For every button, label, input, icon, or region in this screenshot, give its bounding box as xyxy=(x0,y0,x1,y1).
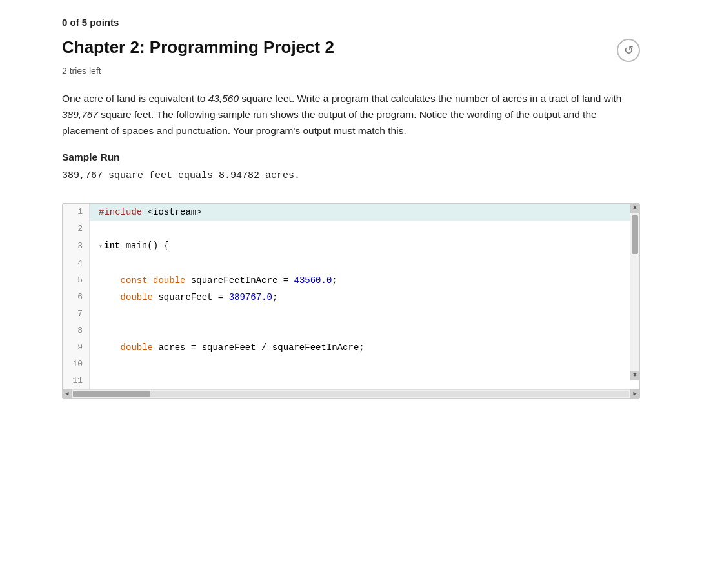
line-number: 1 xyxy=(63,204,90,220)
scroll-up-icon: ▲ xyxy=(633,204,636,213)
var-name: squareFeet = xyxy=(158,292,228,302)
line-number: 2 xyxy=(63,220,90,237)
chapter-title: Chapter 2: Programming Project 2 xyxy=(62,37,640,59)
description-text: One acre of land is equivalent to 43,560… xyxy=(62,91,640,139)
code-line: 1 #include <iostream> xyxy=(63,204,630,220)
scroll-thumb-vertical[interactable] xyxy=(632,215,638,254)
line-content xyxy=(90,255,630,272)
code-line: 7 xyxy=(63,306,630,322)
keyword-double: double xyxy=(121,342,153,353)
reset-icon: ↺ xyxy=(624,42,634,59)
scroll-down-button[interactable]: ▼ xyxy=(630,371,639,380)
page-container: 0 of 5 points Chapter 2: Programming Pro… xyxy=(41,0,661,420)
line-content: ▾int main() { xyxy=(90,237,630,255)
code-text: acres = squareFeet / squareFeetInAcre; xyxy=(158,342,364,353)
code-line: 6 double squareFeet = 389767.0; xyxy=(63,289,630,306)
code-line: 8 xyxy=(63,322,630,339)
line-content: #include <iostream> xyxy=(90,204,630,220)
scroll-down-icon: ▼ xyxy=(633,371,636,380)
line-number: 4 xyxy=(63,255,90,272)
vertical-scrollbar[interactable]: ▲ ▼ xyxy=(630,204,639,380)
code-line: 3 ▾int main() { xyxy=(63,237,630,255)
line-content xyxy=(90,306,630,322)
number-value: 389767.0 xyxy=(229,292,272,302)
var-name: squareFeetInAcre = xyxy=(191,275,294,286)
line-number: 3 xyxy=(63,237,90,255)
code-line: 10 xyxy=(63,356,630,373)
scroll-thumb-horizontal[interactable] xyxy=(73,391,150,397)
line-content: const double squareFeetInAcre = 43560.0; xyxy=(90,272,630,289)
sample-run-output: 389,767 square feet equals 8.94782 acres… xyxy=(62,168,640,184)
main-func: main() { xyxy=(126,240,169,251)
scroll-right-icon: ► xyxy=(633,390,636,399)
code-line: 2 xyxy=(63,220,630,237)
keyword-double: double xyxy=(153,275,185,286)
line-number: 9 xyxy=(63,339,90,356)
points-label: 0 of 5 points xyxy=(62,15,640,30)
line-number: 11 xyxy=(63,373,90,389)
reset-button[interactable]: ↺ xyxy=(617,39,640,62)
sample-run-label: Sample Run xyxy=(62,150,640,164)
tries-row: 2 tries left xyxy=(62,64,640,78)
line-content xyxy=(90,356,630,373)
code-line: 5 const double squareFeetInAcre = 43560.… xyxy=(63,272,630,289)
line-number: 10 xyxy=(63,356,90,373)
scroll-up-button[interactable]: ▲ xyxy=(630,204,639,213)
scroll-right-button[interactable]: ► xyxy=(630,389,639,398)
include-arg: <iostream> xyxy=(148,207,202,217)
scroll-left-button[interactable]: ◄ xyxy=(63,389,72,398)
code-editor[interactable]: 1 #include <iostream> 2 3 ▾int main() { … xyxy=(62,203,640,399)
line-content xyxy=(90,322,630,339)
fold-indicator[interactable]: ▾ xyxy=(99,243,103,250)
line-number: 6 xyxy=(63,289,90,306)
line-number: 8 xyxy=(63,322,90,339)
tries-label: 2 tries left xyxy=(62,64,101,78)
code-body: 1 #include <iostream> 2 3 ▾int main() { … xyxy=(63,204,639,389)
editor-wrapper: 1 #include <iostream> 2 3 ▾int main() { … xyxy=(63,204,639,389)
number-value: 43560.0 xyxy=(294,275,332,286)
scroll-left-icon: ◄ xyxy=(65,390,68,399)
line-content xyxy=(90,220,630,237)
semicolon: ; xyxy=(332,275,337,286)
keyword-const: const xyxy=(121,275,148,286)
line-content: double acres = squareFeet / squareFeetIn… xyxy=(90,339,630,356)
keyword-include: #include xyxy=(99,207,142,217)
line-number: 5 xyxy=(63,272,90,289)
line-content: double squareFeet = 389767.0; xyxy=(90,289,630,306)
code-line: 11 xyxy=(63,373,630,389)
code-line: 4 xyxy=(63,255,630,272)
line-content xyxy=(90,373,630,389)
semicolon: ; xyxy=(272,292,277,302)
keyword-int: int xyxy=(104,240,120,251)
horizontal-scrollbar[interactable]: ◄ ► xyxy=(63,389,639,398)
keyword-double: double xyxy=(121,292,153,302)
scroll-track-horizontal xyxy=(73,391,629,397)
code-line: 9 double acres = squareFeet / squareFeet… xyxy=(63,339,630,356)
line-number: 7 xyxy=(63,306,90,322)
